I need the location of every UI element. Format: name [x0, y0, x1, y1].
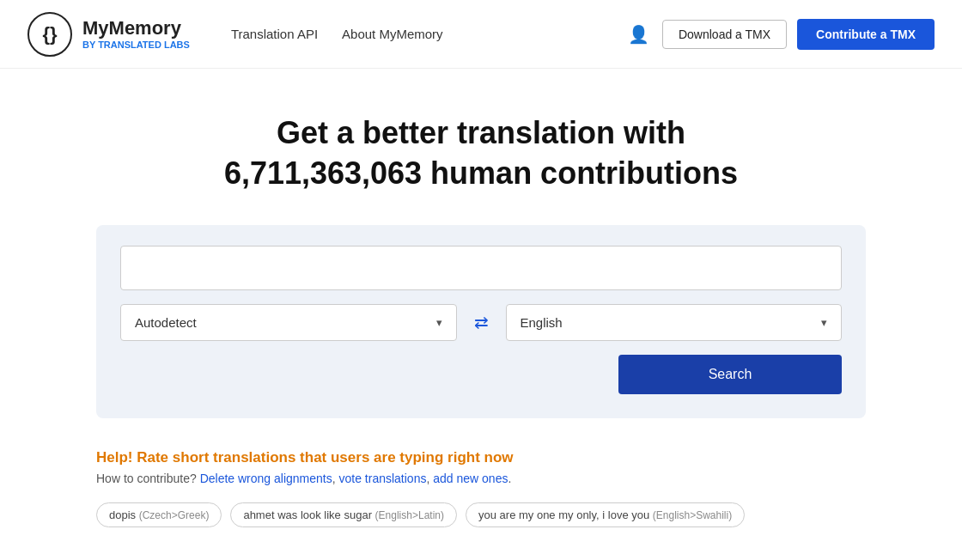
header-actions: 👤 Download a TMX Contribute a TMX	[626, 19, 935, 50]
target-language-label: English	[521, 315, 563, 330]
hero-section: Get a better translation with 6,711,363,…	[0, 69, 962, 225]
community-title-highlight: typing right now	[399, 449, 513, 466]
nav-translation-api[interactable]: Translation API	[231, 27, 318, 41]
list-item[interactable]: ahmet was look like sugar (English>Latin…	[230, 502, 457, 527]
search-controls: Autodetect ▾ ⇄ English ▾	[120, 304, 842, 341]
community-section: Help! Rate short translations that users…	[0, 418, 962, 527]
tag-lang: (Czech>Greek)	[139, 509, 210, 521]
logo-icon: {}	[27, 12, 72, 57]
hero-heading: Get a better translation with 6,711,363,…	[189, 113, 773, 194]
search-button[interactable]: Search	[618, 355, 842, 394]
search-input[interactable]	[120, 246, 842, 290]
list-item[interactable]: you are my one my only, i love you (Engl…	[466, 502, 745, 527]
target-language-select[interactable]: English ▾	[506, 304, 843, 341]
list-item[interactable]: dopis (Czech>Greek)	[96, 502, 222, 527]
site-header: {} MyMemory by translated LABS Translati…	[0, 0, 962, 69]
nav-about[interactable]: About MyMemory	[342, 27, 443, 41]
target-chevron-icon: ▾	[821, 316, 827, 329]
logo[interactable]: {} MyMemory by translated LABS	[27, 12, 190, 57]
tag-lang: (English>Latin)	[375, 509, 444, 521]
swap-languages-button[interactable]: ⇄	[467, 308, 496, 336]
download-tmx-button[interactable]: Download a TMX	[662, 20, 787, 49]
link-vote-translations[interactable]: vote translations	[339, 472, 427, 485]
community-title-prefix: Help! Rate short translations that users…	[96, 449, 399, 466]
tag-lang: (English>Swahili)	[653, 509, 732, 521]
swap-icon: ⇄	[474, 312, 489, 332]
source-chevron-icon: ▾	[436, 316, 442, 329]
logo-name: MyMemory	[82, 18, 190, 39]
community-sub: How to contribute? Delete wrong alignmen…	[96, 472, 866, 485]
source-language-label: Autodetect	[135, 315, 197, 330]
logo-sub: by translated LABS	[82, 40, 190, 50]
tag-text: you are my one my only, i love you	[478, 508, 649, 521]
link-add-new[interactable]: add new ones	[433, 472, 508, 485]
search-panel: Autodetect ▾ ⇄ English ▾ Search	[96, 225, 866, 418]
community-title: Help! Rate short translations that users…	[96, 449, 866, 466]
logo-text: MyMemory by translated LABS	[82, 18, 190, 49]
tag-text: ahmet was look like sugar	[243, 508, 372, 521]
contribute-tmx-button[interactable]: Contribute a TMX	[797, 19, 935, 50]
main-nav: Translation API About MyMemory	[231, 27, 599, 41]
logo-sub-text: by translated	[82, 40, 161, 50]
hero-line2: 6,711,363,063 human contributions	[224, 155, 738, 191]
logo-sub-highlight: LABS	[164, 40, 190, 50]
hero-line1: Get a better translation with	[277, 115, 685, 150]
link-delete-alignments[interactable]: Delete wrong alignments	[200, 472, 332, 485]
tags-row: dopis (Czech>Greek) ahmet was look like …	[96, 502, 866, 527]
source-language-select[interactable]: Autodetect ▾	[120, 304, 457, 341]
tag-text: dopis	[109, 508, 136, 521]
search-btn-row: Search	[120, 355, 842, 394]
user-icon[interactable]: 👤	[626, 21, 652, 47]
